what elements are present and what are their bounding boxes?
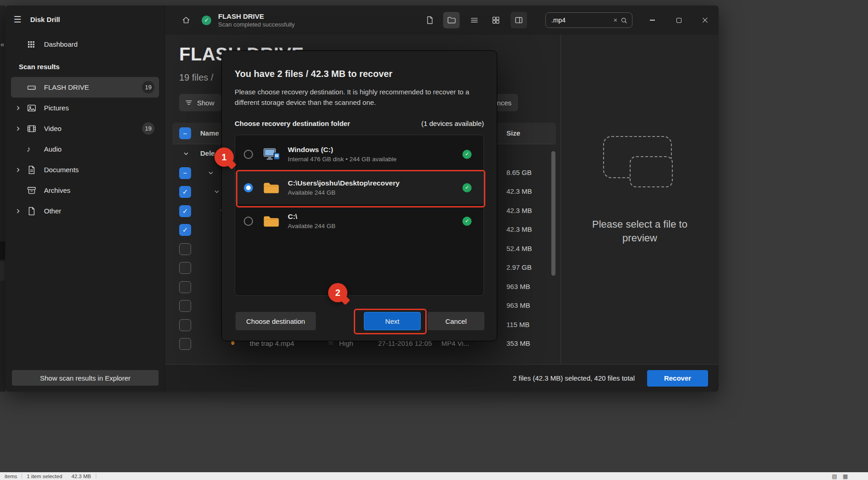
destination-detail: Internal 476 GB disk • 244 GB available xyxy=(288,156,462,163)
explorer-thumbnail-view-icon[interactable]: ▦ xyxy=(843,473,848,480)
row-checkbox[interactable] xyxy=(179,262,191,274)
file-icon xyxy=(425,16,434,25)
sidebar-item-audio[interactable]: ♪ Audio xyxy=(11,139,159,159)
destination-name: C:\ xyxy=(288,213,462,221)
clear-search-icon[interactable]: × xyxy=(611,16,620,24)
radio-unselected[interactable] xyxy=(244,217,253,226)
chevron-down-icon[interactable] xyxy=(213,188,220,196)
selection-summary: 2 files (42.3 MB) selected, 420 files to… xyxy=(513,374,635,382)
explorer-items-count: items xyxy=(0,474,22,479)
list-view-button[interactable] xyxy=(466,12,483,28)
back-icon[interactable]: « xyxy=(0,40,4,48)
home-button[interactable] xyxy=(178,12,194,28)
row-checkbox[interactable]: ✓ xyxy=(179,224,191,236)
chevron-right-icon[interactable] xyxy=(15,104,27,112)
maximize-button[interactable] xyxy=(665,5,692,35)
folder-view-button[interactable] xyxy=(443,12,460,28)
sidebar-item-pictures[interactable]: Pictures xyxy=(11,98,159,118)
file-view-button[interactable] xyxy=(422,12,438,28)
show-filter-label: Show xyxy=(197,99,214,107)
radio-selected[interactable] xyxy=(244,183,253,192)
hamburger-menu-icon[interactable]: ☰ xyxy=(11,14,23,25)
dialog-title: You have 2 files / 42.3 MB to recover xyxy=(235,69,484,79)
search-input[interactable] xyxy=(546,16,611,24)
status-bar: 2 files (42.3 MB) selected, 420 files to… xyxy=(165,364,719,392)
chevron-right-icon[interactable] xyxy=(15,166,27,174)
scan-status-text: Scan completed successfully xyxy=(218,21,295,28)
file-size: 42.3 MB xyxy=(506,225,532,233)
preview-pane-toggle-button[interactable] xyxy=(511,12,527,28)
choose-destination-button[interactable]: Choose destination xyxy=(236,312,316,330)
file-size: 42.3 MB xyxy=(506,207,532,214)
scrollbar-thumb[interactable] xyxy=(551,151,555,276)
destination-list: Windows (C:) Internal 476 GB disk • 244 … xyxy=(235,135,484,296)
drive-icon xyxy=(27,82,44,93)
dashboard-grid-icon xyxy=(27,40,44,49)
row-checkbox[interactable]: − xyxy=(179,167,191,179)
sidebar-item-label: Audio xyxy=(44,145,154,153)
radio-unselected[interactable] xyxy=(244,150,253,159)
group-label: Dele xyxy=(200,149,215,157)
computer-icon xyxy=(263,147,280,162)
grid-view-button[interactable] xyxy=(488,12,504,28)
row-checkbox[interactable]: ✓ xyxy=(179,186,191,198)
dialog-description: Please choose recovery destination. It i… xyxy=(235,87,484,108)
scan-success-icon: ✓ xyxy=(202,16,211,25)
sidebar-item-label: Video xyxy=(44,125,142,132)
folder-icon xyxy=(263,214,280,228)
sidebar-item-archives[interactable]: Archives xyxy=(11,180,159,201)
chevron-right-icon[interactable] xyxy=(15,125,27,132)
chevron-down-icon[interactable] xyxy=(207,169,214,177)
file-icon xyxy=(27,206,44,216)
row-checkbox[interactable] xyxy=(179,281,191,293)
close-button[interactable] xyxy=(692,5,719,35)
row-checkbox[interactable] xyxy=(179,243,191,255)
main-header: ✓ FLASH DRIVE Scan completed successfull… xyxy=(165,5,719,35)
search-icon[interactable] xyxy=(620,16,628,24)
show-scan-results-in-explorer-button[interactable]: Show scan results in Explorer xyxy=(12,370,159,386)
background-item xyxy=(0,262,5,281)
sidebar-item-flash-drive[interactable]: FLASH DRIVE 19 xyxy=(11,77,159,98)
sidebar-item-label: Dashboard xyxy=(44,40,154,48)
explorer-status-bar: items 1 item selected 42.3 MB ▤ ▦ xyxy=(0,472,868,480)
sidebar-item-documents[interactable]: Documents xyxy=(11,159,159,180)
folder-icon xyxy=(263,181,280,195)
background-item xyxy=(0,241,5,260)
destination-detail: Available 244 GB xyxy=(288,223,462,229)
audio-icon: ♪ xyxy=(27,145,44,154)
preview-placeholder-icon xyxy=(603,136,676,191)
search-box[interactable]: × xyxy=(545,12,632,28)
destination-ok-icon: ✓ xyxy=(462,183,472,192)
file-size: 115 MB xyxy=(506,321,530,328)
column-header-name[interactable]: Name xyxy=(200,129,219,137)
show-filter-button[interactable]: Show xyxy=(179,94,221,111)
sidebar: ☰ Disk Drill Dashboard Scan results FLAS… xyxy=(5,5,165,392)
archives-icon xyxy=(27,185,44,196)
sidebar-item-video[interactable]: Video 19 xyxy=(11,118,159,139)
chevron-right-icon[interactable] xyxy=(15,207,27,215)
destination-option-windows-c[interactable]: Windows (C:) Internal 476 GB disk • 244 … xyxy=(235,137,483,171)
select-all-checkbox[interactable]: − xyxy=(179,127,191,139)
sidebar-item-dashboard[interactable]: Dashboard xyxy=(11,34,159,55)
row-checkbox[interactable] xyxy=(179,338,191,350)
chevron-down-icon[interactable] xyxy=(182,150,190,158)
minimize-button[interactable] xyxy=(639,5,665,35)
next-button[interactable]: Next xyxy=(364,312,421,330)
sidebar-item-other[interactable]: Other xyxy=(11,201,159,221)
side-panel-icon xyxy=(514,16,523,25)
row-checkbox[interactable] xyxy=(179,300,191,312)
explorer-list-view-icon[interactable]: ▤ xyxy=(832,473,837,480)
row-checkbox[interactable]: ✓ xyxy=(179,205,191,217)
file-size: 8.65 GB xyxy=(506,169,532,176)
row-checkbox[interactable] xyxy=(179,319,191,331)
cancel-button[interactable]: Cancel xyxy=(428,312,484,330)
destination-ok-icon: ✓ xyxy=(462,150,472,159)
recover-button[interactable]: Recover xyxy=(647,370,708,387)
destination-option-c-drive[interactable]: C:\ Available 244 GB ✓ xyxy=(235,204,483,238)
device-title: FLASH DRIVE xyxy=(218,12,295,20)
destination-option-recovery-folder[interactable]: C:\Users\joshu\Desktop\recovery Availabl… xyxy=(235,171,483,204)
divider xyxy=(96,474,96,479)
video-icon xyxy=(27,124,44,134)
column-header-size[interactable]: Size xyxy=(506,129,520,137)
sidebar-item-label: Documents xyxy=(44,166,154,174)
